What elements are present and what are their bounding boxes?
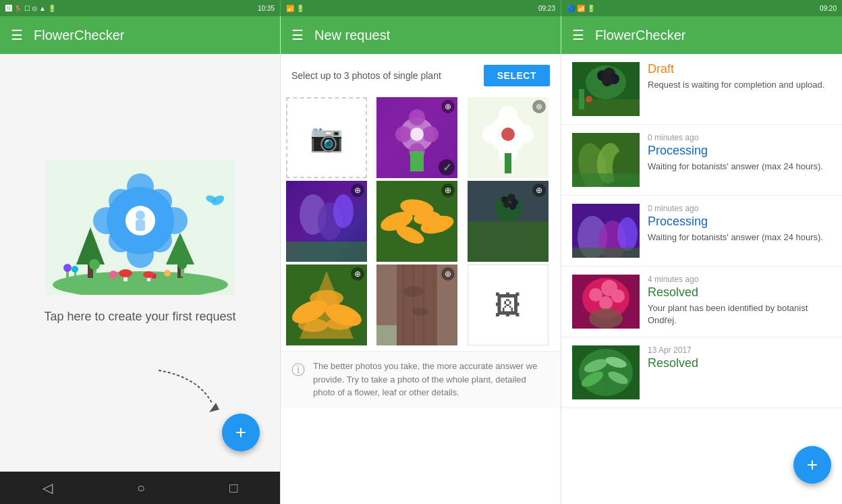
- list-thumb-processing1: [572, 133, 640, 187]
- photo-grid: 📷 ⊕ ✓: [281, 97, 561, 351]
- panel3-header: ☰ FlowerChecker: [561, 16, 842, 54]
- illustration-svg: [46, 160, 235, 295]
- photo-cell-1[interactable]: ⊕ ✓: [376, 97, 457, 178]
- svg-rect-51: [505, 153, 511, 173]
- svg-point-38: [409, 109, 425, 125]
- list-item-processing-2[interactable]: 0 minutes ago Processing Waiting for bot…: [561, 196, 842, 267]
- hamburger-menu-icon-2[interactable]: ☰: [291, 27, 304, 43]
- list-time-processing1: 0 minutes ago: [648, 133, 831, 142]
- photo-cell-3[interactable]: ⊕: [286, 181, 367, 262]
- status-bar-panel3: 🔵 📶 🔋 09:20: [561, 0, 842, 16]
- navigation-bar: ◁ ○ □: [0, 472, 280, 504]
- svg-point-34: [72, 266, 78, 273]
- list-thumb-resolved2: [572, 345, 640, 399]
- list-desc-processing1: Waiting for botanists' answer (max 24 ho…: [648, 161, 831, 173]
- svg-rect-94: [579, 89, 584, 109]
- arrow-illustration: [145, 364, 226, 418]
- photo-cell-6[interactable]: ⊕: [286, 264, 367, 345]
- svg-point-40: [422, 126, 439, 142]
- status-bar-panel2: 📶 🔋 09:23: [281, 0, 561, 16]
- svg-point-46: [499, 106, 517, 125]
- gallery-icon: 🖼: [495, 290, 522, 320]
- zoom-icon-2: ⊕: [532, 100, 546, 113]
- add-request-fab[interactable]: +: [793, 446, 831, 484]
- hamburger-menu-icon-3[interactable]: ☰: [572, 27, 584, 43]
- add-photo-cell[interactable]: 📷: [286, 97, 367, 178]
- list-status-resolved1: Resolved: [648, 285, 831, 300]
- status-time-2: 09:23: [538, 5, 555, 12]
- empty-state-illustration: [46, 160, 235, 295]
- list-desc-resolved1: Your plant has been identified by botani…: [648, 302, 831, 327]
- svg-point-77: [327, 318, 354, 330]
- svg-point-75: [310, 290, 343, 306]
- list-item-resolved-1[interactable]: 4 minutes ago Resolved Your plant has be…: [561, 267, 842, 337]
- svg-point-84: [403, 286, 424, 297]
- list-status-draft: Draft: [648, 62, 831, 76]
- photo-cell-5[interactable]: ⊕: [468, 181, 549, 262]
- photo-cell-4[interactable]: ⊕: [376, 181, 457, 262]
- panel3-content: Draft Request is waiting for completion …: [561, 54, 842, 504]
- svg-rect-64: [468, 221, 549, 262]
- svg-rect-56: [286, 242, 367, 262]
- svg-point-92: [602, 76, 613, 86]
- svg-point-50: [501, 128, 515, 141]
- svg-point-9: [109, 228, 133, 252]
- create-request-fab[interactable]: +: [222, 414, 260, 451]
- svg-point-32: [63, 264, 72, 272]
- svg-point-22: [89, 259, 100, 270]
- panel2-content: Select up to 3 photos of single plant SE…: [281, 54, 561, 504]
- list-status-processing1: Processing: [648, 144, 831, 158]
- panel-flowercheckerr-main: ☰ FlowerChecker: [0, 16, 281, 504]
- status-icons-left: 🅽 🦌 ☐ ⊙ ▲ 🔋: [5, 5, 56, 12]
- svg-point-19: [164, 270, 171, 277]
- list-info-processing2: 0 minutes ago Processing Waiting for bot…: [648, 204, 831, 244]
- recents-nav-icon[interactable]: □: [229, 480, 237, 496]
- list-time-resolved1: 4 minutes ago: [648, 275, 831, 284]
- svg-point-39: [395, 126, 412, 142]
- home-nav-icon[interactable]: ○: [137, 480, 145, 496]
- list-item-resolved-2[interactable]: 13 Apr 2017 Resolved: [561, 337, 842, 408]
- zoom-icon-5: ⊕: [532, 184, 546, 197]
- list-info-draft: Draft Request is waiting for completion …: [648, 62, 831, 91]
- svg-rect-86: [376, 325, 397, 345]
- status-bar-panel1: 🅽 🦌 ☐ ⊙ ▲ 🔋 10:35: [0, 0, 281, 16]
- status-time-1: 10:35: [258, 5, 275, 12]
- svg-point-112: [589, 308, 623, 329]
- svg-point-26: [119, 269, 132, 277]
- svg-marker-35: [209, 403, 219, 412]
- hint-text: The better photos you take, the more acc…: [313, 360, 550, 399]
- list-status-processing2: Processing: [648, 215, 831, 229]
- list-thumb-resolved1: [572, 275, 640, 329]
- svg-point-104: [617, 217, 638, 251]
- info-icon: ⓘ: [291, 361, 305, 379]
- back-nav-icon[interactable]: ◁: [43, 480, 53, 496]
- panel1-title: FlowerChecker: [34, 28, 269, 43]
- hint-row: ⓘ The better photos you take, the more a…: [281, 351, 561, 408]
- empty-state-text: Tap here to create your first request: [44, 308, 235, 325]
- list-item-draft[interactable]: Draft Request is waiting for completion …: [561, 54, 842, 125]
- panel-new-request: ☰ New request Select up to 3 photos of s…: [281, 16, 561, 504]
- list-thumb-draft: [572, 62, 640, 116]
- select-button[interactable]: SELECT: [484, 65, 550, 86]
- svg-point-76: [298, 318, 328, 332]
- list-info-resolved2: 13 Apr 2017 Resolved: [648, 345, 831, 373]
- panel2-title: New request: [314, 28, 550, 43]
- panel3-wrapper: Draft Request is waiting for completion …: [561, 54, 842, 504]
- list-desc-draft: Request is waiting for completion and up…: [648, 79, 831, 91]
- svg-point-18: [109, 271, 117, 279]
- svg-rect-100: [572, 173, 640, 187]
- photo-select-row: Select up to 3 photos of single plant SE…: [281, 54, 561, 97]
- photo-cell-2[interactable]: ⊕: [468, 97, 549, 178]
- status-icons-left2: 📶 🔋: [286, 5, 304, 12]
- list-item-processing-1[interactable]: 0 minutes ago Processing Waiting for bot…: [561, 125, 842, 196]
- list-status-resolved2: Resolved: [648, 356, 831, 370]
- svg-point-48: [515, 125, 534, 144]
- svg-point-85: [412, 308, 428, 316]
- hamburger-menu-icon[interactable]: ☰: [11, 27, 23, 43]
- svg-point-70: [509, 203, 516, 210]
- camera-icon: 📷: [310, 122, 343, 154]
- svg-point-24: [177, 260, 187, 269]
- gallery-cell[interactable]: 🖼: [468, 264, 549, 345]
- photo-cell-7[interactable]: ⊕: [376, 264, 457, 345]
- panel-flowercheckerr-list: ☰ FlowerChecker: [561, 16, 842, 504]
